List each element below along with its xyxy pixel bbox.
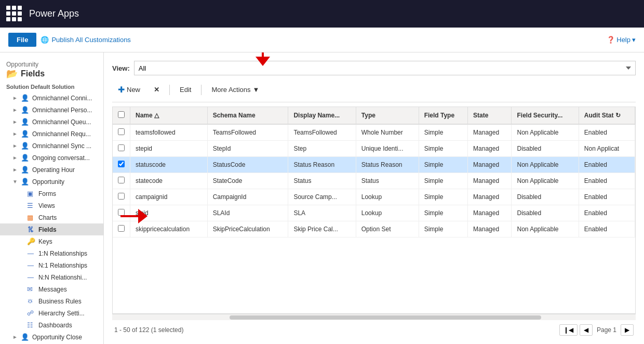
col-state[interactable]: State (468, 107, 512, 124)
sidebar-item-dashboards[interactable]: ☷ Dashboards (0, 319, 103, 331)
fields-icon: ⛕ (27, 226, 35, 233)
row-checkbox-cell[interactable] (113, 221, 130, 237)
sidebar-item-fields[interactable]: ⛕ Fields (0, 223, 103, 235)
col-field-type[interactable]: Field Type (419, 107, 467, 124)
entity-icon: 👤 (21, 333, 29, 341)
delete-button[interactable]: ✕ (148, 83, 165, 97)
file-button[interactable]: File (8, 33, 36, 47)
row-checkbox-cell[interactable] (113, 189, 130, 205)
new-button[interactable]: ✚ New (112, 82, 146, 98)
sidebar-item-nn-relationships[interactable]: ⸻ N:N Relationshi... (0, 271, 103, 283)
entity-icon: 👤 (21, 178, 29, 186)
entity-icon: 👤 (21, 118, 29, 126)
views-icon: ☰ (27, 202, 35, 209)
sidebar-item-omnichannel-perso[interactable]: ► 👤 Omnichannel Perso... (0, 104, 103, 116)
sidebar-item-ongoing-conversat[interactable]: ► 👤 Ongoing conversat... (0, 152, 103, 164)
table-cell: StateCode (207, 173, 288, 189)
help-button[interactable]: ❓ Help ▾ (607, 36, 636, 44)
table-cell: Simple (419, 157, 467, 173)
sidebar-item-omnichannel-queu[interactable]: ► 👤 Omnichannel Queu... (0, 116, 103, 128)
sidebar-item-n1-relationships[interactable]: ⸻ N:1 Relationships (0, 259, 103, 271)
col-checkbox[interactable] (113, 107, 130, 124)
select-all-checkbox[interactable] (118, 111, 125, 118)
table-row[interactable]: campaignidCampaignIdSource Camp...Lookup… (113, 189, 635, 205)
first-page-button[interactable]: ❙◀ (559, 324, 578, 336)
table-cell: Enabled (579, 189, 635, 205)
row-checkbox[interactable] (118, 177, 125, 183)
sidebar-item-omnichannel-requ[interactable]: ► 👤 Omnichannel Requ... (0, 128, 103, 140)
row-checkbox-cell[interactable] (113, 173, 130, 189)
sidebar-item-hierarchy-setti[interactable]: ☍ Hierarchy Setti... (0, 307, 103, 319)
table-cell: Enabled (579, 221, 635, 237)
table-cell: Simple (419, 189, 467, 205)
toolbar-separator (169, 85, 170, 95)
help-chevron-icon: ▾ (632, 36, 636, 44)
table-cell: Lookup (356, 189, 419, 205)
col-name[interactable]: Name △ (130, 107, 208, 124)
table-cell: statecode (130, 173, 208, 189)
apps-icon[interactable] (6, 6, 23, 22)
table-row[interactable]: slaidSLAIdSLALookupSimpleManagedDisabled… (113, 205, 635, 221)
sidebar-item-omnichannel-sync[interactable]: ► 👤 Omnichannel Sync ... (0, 140, 103, 152)
table-cell: Non Applicable (512, 157, 579, 173)
table-cell: Managed (468, 205, 512, 221)
col-schema-name[interactable]: Schema Name (207, 107, 288, 124)
folder-icon: 📂 (6, 68, 18, 80)
more-actions-button[interactable]: More Actions ▼ (206, 83, 265, 97)
row-checkbox-cell[interactable] (113, 124, 130, 141)
table-row[interactable]: skippricecalculationSkipPriceCalculation… (113, 221, 635, 237)
row-checkbox[interactable] (118, 193, 125, 200)
sidebar-item-opportunity[interactable]: ▼ 👤 Opportunity (0, 176, 103, 188)
sidebar-item-operating-hour[interactable]: ► 👤 Operating Hour (0, 164, 103, 176)
row-checkbox-cell[interactable] (113, 141, 130, 157)
entity-icon: 👤 (21, 106, 29, 114)
view-select[interactable]: All Custom Default Solution (134, 61, 636, 75)
table-cell: Option Set (356, 221, 419, 237)
table-cell: Managed (468, 157, 512, 173)
sidebar-item-business-rules[interactable]: ⛭ Business Rules (0, 295, 103, 307)
table-row[interactable]: teamsfollowedTeamsFollowedTeamsFollowedW… (113, 124, 635, 141)
entity-icon: 👤 (21, 166, 29, 174)
sidebar-item-views[interactable]: ☰ Views (0, 200, 103, 211)
table-cell: CampaignId (207, 189, 288, 205)
scrollbar-thumb[interactable] (230, 315, 541, 320)
table-row[interactable]: stepidStepIdStepUnique Identi...SimpleMa… (113, 141, 635, 157)
sidebar-item-opportunity-close[interactable]: ► 👤 Opportunity Close (0, 331, 103, 343)
col-display-name[interactable]: Display Name... (288, 107, 356, 124)
col-type[interactable]: Type (356, 107, 419, 124)
sidebar-item-keys[interactable]: 🔑 Keys (0, 235, 103, 247)
delete-icon: ✕ (154, 86, 159, 94)
app-title: Power Apps (29, 8, 79, 19)
table-cell: Non Applicable (512, 221, 579, 237)
table-cell: skippricecalculation (130, 221, 208, 237)
toolbar-separator (201, 85, 202, 95)
sidebar-item-forms[interactable]: ▣ Forms (0, 188, 103, 200)
edit-button[interactable]: Edit (174, 83, 197, 97)
col-field-security[interactable]: Field Security... (512, 107, 579, 124)
horizontal-scrollbar[interactable] (112, 314, 636, 320)
sidebar-item-1n-relationships[interactable]: ⸻ 1:N Relationships (0, 247, 103, 259)
table-row[interactable]: statecodeStateCodeStatusStatusSimpleMana… (113, 173, 635, 189)
row-checkbox[interactable] (118, 225, 125, 232)
table-row[interactable]: statuscodeStatusCodeStatus ReasonStatus … (113, 157, 635, 173)
table-cell: slaid (130, 205, 208, 221)
opportunity-label: Opportunity (6, 61, 97, 68)
prev-page-button[interactable]: ◀ (580, 324, 593, 336)
row-checkbox-cell[interactable] (113, 205, 130, 221)
entity-icon: 👤 (21, 142, 29, 150)
row-checkbox-cell[interactable] (113, 157, 130, 173)
table-cell: Non Applicable (512, 173, 579, 189)
sidebar-item-charts[interactable]: ▩ Charts (0, 211, 103, 223)
table-cell: Managed (468, 221, 512, 237)
next-page-button[interactable]: ▶ (621, 324, 634, 336)
row-checkbox[interactable] (118, 161, 125, 167)
row-checkbox[interactable] (118, 209, 125, 216)
row-checkbox[interactable] (118, 144, 125, 151)
sidebar-item-messages[interactable]: ✉ Messages (0, 283, 103, 295)
table-cell: Skip Price Cal... (288, 221, 356, 237)
row-checkbox[interactable] (118, 128, 125, 135)
table-cell: Managed (468, 141, 512, 157)
publish-button[interactable]: 🌐 Publish All Customizations (41, 36, 130, 44)
col-audit-status[interactable]: Audit Stat ↻ (579, 107, 635, 124)
sidebar-item-omnichannel-conni[interactable]: ► 👤 Omnichannel Conni... (0, 92, 103, 104)
